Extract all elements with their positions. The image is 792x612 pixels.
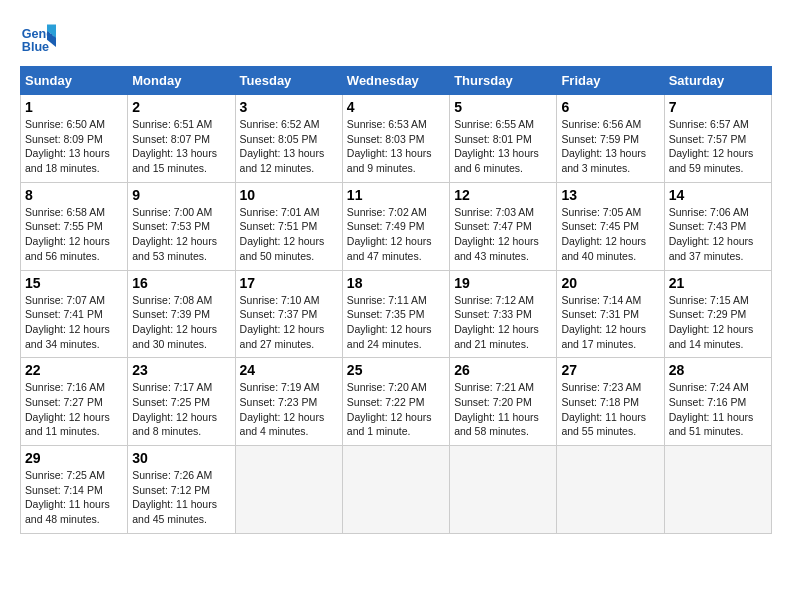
calendar-cell: 30Sunrise: 7:26 AM Sunset: 7:12 PM Dayli…	[128, 446, 235, 534]
calendar-cell: 27Sunrise: 7:23 AM Sunset: 7:18 PM Dayli…	[557, 358, 664, 446]
day-info: Sunrise: 7:01 AM Sunset: 7:51 PM Dayligh…	[240, 205, 338, 264]
header-monday: Monday	[128, 67, 235, 95]
day-info: Sunrise: 7:15 AM Sunset: 7:29 PM Dayligh…	[669, 293, 767, 352]
day-number: 8	[25, 187, 123, 203]
calendar-cell: 20Sunrise: 7:14 AM Sunset: 7:31 PM Dayli…	[557, 270, 664, 358]
calendar-cell: 11Sunrise: 7:02 AM Sunset: 7:49 PM Dayli…	[342, 182, 449, 270]
calendar-week-row: 1Sunrise: 6:50 AM Sunset: 8:09 PM Daylig…	[21, 95, 772, 183]
day-info: Sunrise: 7:26 AM Sunset: 7:12 PM Dayligh…	[132, 468, 230, 527]
day-info: Sunrise: 7:00 AM Sunset: 7:53 PM Dayligh…	[132, 205, 230, 264]
calendar-cell	[342, 446, 449, 534]
calendar-cell: 25Sunrise: 7:20 AM Sunset: 7:22 PM Dayli…	[342, 358, 449, 446]
day-number: 30	[132, 450, 230, 466]
calendar-cell: 16Sunrise: 7:08 AM Sunset: 7:39 PM Dayli…	[128, 270, 235, 358]
calendar-cell: 4Sunrise: 6:53 AM Sunset: 8:03 PM Daylig…	[342, 95, 449, 183]
day-info: Sunrise: 6:56 AM Sunset: 7:59 PM Dayligh…	[561, 117, 659, 176]
calendar-cell: 7Sunrise: 6:57 AM Sunset: 7:57 PM Daylig…	[664, 95, 771, 183]
day-number: 17	[240, 275, 338, 291]
header-friday: Friday	[557, 67, 664, 95]
calendar-cell: 10Sunrise: 7:01 AM Sunset: 7:51 PM Dayli…	[235, 182, 342, 270]
header-sunday: Sunday	[21, 67, 128, 95]
day-number: 7	[669, 99, 767, 115]
day-info: Sunrise: 7:21 AM Sunset: 7:20 PM Dayligh…	[454, 380, 552, 439]
calendar-week-row: 15Sunrise: 7:07 AM Sunset: 7:41 PM Dayli…	[21, 270, 772, 358]
calendar-cell	[664, 446, 771, 534]
day-info: Sunrise: 7:25 AM Sunset: 7:14 PM Dayligh…	[25, 468, 123, 527]
day-info: Sunrise: 7:12 AM Sunset: 7:33 PM Dayligh…	[454, 293, 552, 352]
day-number: 25	[347, 362, 445, 378]
calendar-cell: 12Sunrise: 7:03 AM Sunset: 7:47 PM Dayli…	[450, 182, 557, 270]
day-info: Sunrise: 7:19 AM Sunset: 7:23 PM Dayligh…	[240, 380, 338, 439]
day-info: Sunrise: 7:05 AM Sunset: 7:45 PM Dayligh…	[561, 205, 659, 264]
day-number: 12	[454, 187, 552, 203]
calendar-cell: 9Sunrise: 7:00 AM Sunset: 7:53 PM Daylig…	[128, 182, 235, 270]
day-number: 24	[240, 362, 338, 378]
calendar-table: SundayMondayTuesdayWednesdayThursdayFrid…	[20, 66, 772, 534]
calendar-cell: 6Sunrise: 6:56 AM Sunset: 7:59 PM Daylig…	[557, 95, 664, 183]
day-number: 28	[669, 362, 767, 378]
calendar-cell: 28Sunrise: 7:24 AM Sunset: 7:16 PM Dayli…	[664, 358, 771, 446]
calendar-cell: 15Sunrise: 7:07 AM Sunset: 7:41 PM Dayli…	[21, 270, 128, 358]
calendar-header-row: SundayMondayTuesdayWednesdayThursdayFrid…	[21, 67, 772, 95]
day-number: 2	[132, 99, 230, 115]
day-info: Sunrise: 6:51 AM Sunset: 8:07 PM Dayligh…	[132, 117, 230, 176]
calendar-cell: 21Sunrise: 7:15 AM Sunset: 7:29 PM Dayli…	[664, 270, 771, 358]
day-number: 22	[25, 362, 123, 378]
calendar-cell	[450, 446, 557, 534]
logo: General Blue	[20, 20, 60, 56]
header-thursday: Thursday	[450, 67, 557, 95]
calendar-week-row: 22Sunrise: 7:16 AM Sunset: 7:27 PM Dayli…	[21, 358, 772, 446]
day-number: 14	[669, 187, 767, 203]
calendar-week-row: 29Sunrise: 7:25 AM Sunset: 7:14 PM Dayli…	[21, 446, 772, 534]
day-info: Sunrise: 7:24 AM Sunset: 7:16 PM Dayligh…	[669, 380, 767, 439]
calendar-week-row: 8Sunrise: 6:58 AM Sunset: 7:55 PM Daylig…	[21, 182, 772, 270]
calendar-cell: 24Sunrise: 7:19 AM Sunset: 7:23 PM Dayli…	[235, 358, 342, 446]
day-number: 5	[454, 99, 552, 115]
day-number: 9	[132, 187, 230, 203]
day-info: Sunrise: 7:03 AM Sunset: 7:47 PM Dayligh…	[454, 205, 552, 264]
logo-icon: General Blue	[20, 20, 56, 56]
header-tuesday: Tuesday	[235, 67, 342, 95]
day-info: Sunrise: 7:08 AM Sunset: 7:39 PM Dayligh…	[132, 293, 230, 352]
day-number: 29	[25, 450, 123, 466]
calendar-cell: 18Sunrise: 7:11 AM Sunset: 7:35 PM Dayli…	[342, 270, 449, 358]
day-number: 27	[561, 362, 659, 378]
day-number: 1	[25, 99, 123, 115]
header-saturday: Saturday	[664, 67, 771, 95]
day-number: 13	[561, 187, 659, 203]
day-number: 10	[240, 187, 338, 203]
day-info: Sunrise: 7:20 AM Sunset: 7:22 PM Dayligh…	[347, 380, 445, 439]
day-info: Sunrise: 7:23 AM Sunset: 7:18 PM Dayligh…	[561, 380, 659, 439]
day-info: Sunrise: 6:55 AM Sunset: 8:01 PM Dayligh…	[454, 117, 552, 176]
day-number: 23	[132, 362, 230, 378]
day-number: 18	[347, 275, 445, 291]
calendar-cell: 23Sunrise: 7:17 AM Sunset: 7:25 PM Dayli…	[128, 358, 235, 446]
calendar-cell: 13Sunrise: 7:05 AM Sunset: 7:45 PM Dayli…	[557, 182, 664, 270]
svg-text:Blue: Blue	[22, 40, 49, 54]
day-info: Sunrise: 7:02 AM Sunset: 7:49 PM Dayligh…	[347, 205, 445, 264]
calendar-cell: 19Sunrise: 7:12 AM Sunset: 7:33 PM Dayli…	[450, 270, 557, 358]
day-info: Sunrise: 6:52 AM Sunset: 8:05 PM Dayligh…	[240, 117, 338, 176]
calendar-cell: 14Sunrise: 7:06 AM Sunset: 7:43 PM Dayli…	[664, 182, 771, 270]
calendar-cell: 22Sunrise: 7:16 AM Sunset: 7:27 PM Dayli…	[21, 358, 128, 446]
day-number: 16	[132, 275, 230, 291]
day-number: 3	[240, 99, 338, 115]
calendar-cell: 1Sunrise: 6:50 AM Sunset: 8:09 PM Daylig…	[21, 95, 128, 183]
day-info: Sunrise: 6:53 AM Sunset: 8:03 PM Dayligh…	[347, 117, 445, 176]
calendar-cell: 5Sunrise: 6:55 AM Sunset: 8:01 PM Daylig…	[450, 95, 557, 183]
calendar-cell	[557, 446, 664, 534]
day-info: Sunrise: 7:17 AM Sunset: 7:25 PM Dayligh…	[132, 380, 230, 439]
calendar-cell: 8Sunrise: 6:58 AM Sunset: 7:55 PM Daylig…	[21, 182, 128, 270]
calendar-cell	[235, 446, 342, 534]
day-info: Sunrise: 7:07 AM Sunset: 7:41 PM Dayligh…	[25, 293, 123, 352]
day-number: 26	[454, 362, 552, 378]
day-info: Sunrise: 7:06 AM Sunset: 7:43 PM Dayligh…	[669, 205, 767, 264]
calendar-cell: 2Sunrise: 6:51 AM Sunset: 8:07 PM Daylig…	[128, 95, 235, 183]
day-number: 21	[669, 275, 767, 291]
day-info: Sunrise: 7:11 AM Sunset: 7:35 PM Dayligh…	[347, 293, 445, 352]
day-number: 11	[347, 187, 445, 203]
day-info: Sunrise: 7:14 AM Sunset: 7:31 PM Dayligh…	[561, 293, 659, 352]
day-number: 20	[561, 275, 659, 291]
day-number: 15	[25, 275, 123, 291]
day-number: 19	[454, 275, 552, 291]
